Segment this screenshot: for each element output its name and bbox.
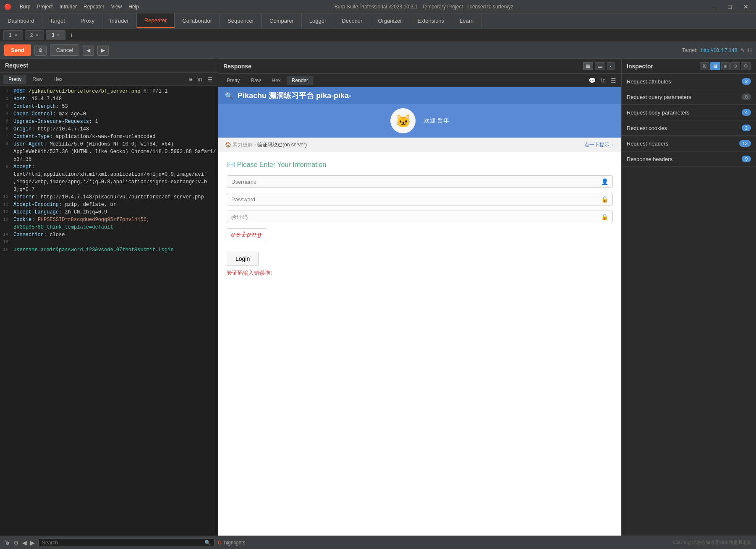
captcha-input[interactable] xyxy=(231,214,601,220)
response-tab-hex[interactable]: Hex xyxy=(267,76,285,85)
request-tab-hex[interactable]: Hex xyxy=(48,75,67,84)
nav-tab-dashboard[interactable]: Dashboard xyxy=(0,13,42,28)
menu-help[interactable]: Help xyxy=(128,4,139,10)
inspector-request-query[interactable]: Request query parameters 0 xyxy=(622,89,756,105)
request-line-1: 1 POST /pikachu/vul/burteforce/bf_server… xyxy=(0,88,218,95)
repeater-tab-3[interactable]: 3 ✕ xyxy=(46,30,65,40)
captcha-image: us1png xyxy=(227,228,613,245)
window-title: Burp Suite Professional v2023.10.3.1 - T… xyxy=(335,4,513,10)
close-btn[interactable]: ✕ xyxy=(740,3,752,11)
error-message: 验证码输入错误啦! xyxy=(227,270,272,276)
bottom-mouse-icon[interactable]: 🖱 xyxy=(4,539,10,546)
request-tool-format[interactable]: ≡ xyxy=(187,75,194,83)
nav-back-btn[interactable]: ◀ xyxy=(83,45,94,56)
request-panel: Request Pretty Raw Hex ≡ \n ☰ 1 POST /pi… xyxy=(0,59,218,536)
view-btn-grid[interactable]: ▦ xyxy=(583,62,593,70)
nav-tab-intruder[interactable]: Intruder xyxy=(102,13,137,28)
menu-burp[interactable]: Burp xyxy=(20,4,30,10)
response-tool-newline[interactable]: \n xyxy=(599,76,607,85)
home-icon[interactable]: 🏠 xyxy=(225,142,231,148)
request-tool-newline[interactable]: \n xyxy=(196,75,204,83)
nav-tab-sequencer[interactable]: Sequencer xyxy=(220,13,262,28)
nav-tab-repeater[interactable]: Repeater xyxy=(137,13,175,28)
login-button[interactable]: Login xyxy=(227,252,259,266)
search-input[interactable] xyxy=(42,540,204,546)
captcha-field-group: 🔒 xyxy=(227,211,613,223)
highlights-count: 0 xyxy=(218,540,221,546)
view-btn-list[interactable]: ▬ xyxy=(595,62,605,70)
inspector-view-list[interactable]: ≡ xyxy=(721,62,730,70)
inspector-request-cookies[interactable]: Request cookies 2 xyxy=(622,120,756,136)
tab-2-close[interactable]: ✕ xyxy=(35,33,39,37)
inspector-settings-btn[interactable]: ⚙ xyxy=(741,62,751,70)
lock-icon: 🔒 xyxy=(601,196,608,203)
request-tool-menu[interactable]: ☰ xyxy=(206,75,215,83)
tab-1-close[interactable]: ✕ xyxy=(14,33,18,37)
target-bar: Target: http://10.4.7.148 ✎ H xyxy=(682,47,752,53)
request-tab-pretty[interactable]: Pretty xyxy=(3,75,26,84)
send-button[interactable]: Send xyxy=(4,44,31,56)
edit-target-icon[interactable]: ✎ xyxy=(740,47,745,53)
nav-tab-logger[interactable]: Logger xyxy=(302,13,334,28)
settings-gear-btn[interactable]: ⚙ xyxy=(34,45,47,56)
toolbar: Send ⚙ Cancel ◀ ▶ Target: http://10.4.7.… xyxy=(0,42,756,59)
maximize-btn[interactable]: □ xyxy=(725,3,735,11)
repeater-tab-1[interactable]: 1 ✕ xyxy=(3,30,23,40)
menu-repeater[interactable]: Repeater xyxy=(84,4,104,10)
nav-tab-proxy[interactable]: Proxy xyxy=(73,13,102,28)
inspector-view-table[interactable]: ▦ xyxy=(710,62,720,70)
inspector-request-attributes[interactable]: Request attributes 2 xyxy=(622,74,756,89)
response-tab-render[interactable]: Render xyxy=(287,76,313,85)
bottom-right-text: CSDN @你怎么知道爱莉希雅是我老婆 xyxy=(673,539,752,546)
menu-project[interactable]: Project xyxy=(37,4,52,10)
password-input[interactable] xyxy=(231,196,601,203)
hint-link[interactable]: 点一下提示→ xyxy=(584,141,615,148)
request-headers-label: Request headers xyxy=(627,141,668,147)
response-tab-raw[interactable]: Raw xyxy=(246,76,266,85)
more-icon[interactable]: H xyxy=(748,47,752,53)
request-line-9b: text/html,application/xhtml+xml,applicat… xyxy=(0,171,218,178)
bottom-back-icon[interactable]: ◀ xyxy=(22,539,27,546)
repeater-tab-2[interactable]: 2 ✕ xyxy=(25,30,44,40)
inspector-request-body[interactable]: Request body parameters 4 xyxy=(622,105,756,120)
request-content[interactable]: 1 POST /pikachu/vul/burteforce/bf_server… xyxy=(0,86,218,536)
request-line-9: 9 Accept: xyxy=(0,163,218,171)
captcha-img-display: us1png xyxy=(227,228,266,240)
inspector-view-grid[interactable]: ⊞ xyxy=(700,62,709,70)
pikachu-logo-area: 🐱 欢迎 晋年 xyxy=(218,104,621,138)
highlights-label: highlights xyxy=(224,540,246,546)
request-tools: ≡ \n ☰ xyxy=(187,75,215,83)
response-tool-comment[interactable]: 💬 xyxy=(587,76,597,85)
response-sub-tabs: Pretty Raw Hex Render 💬 \n ☰ xyxy=(218,74,621,87)
request-tab-raw[interactable]: Raw xyxy=(27,75,47,84)
pikachu-header: 🔍 Pikachu 漏洞练习平台 pika-pika- xyxy=(218,87,621,104)
minimize-btn[interactable]: ─ xyxy=(709,3,720,11)
bottom-fwd-icon[interactable]: ▶ xyxy=(30,539,35,546)
username-input[interactable] xyxy=(231,179,601,185)
inspector-view-add[interactable]: ⊕ xyxy=(730,62,740,70)
nav-fwd-btn[interactable]: ▶ xyxy=(97,45,109,56)
view-btn-dot[interactable]: ▪ xyxy=(607,62,615,70)
nav-tab-organizer[interactable]: Organizer xyxy=(370,13,410,28)
nav-tab-learn[interactable]: Learn xyxy=(452,13,481,28)
tab-3-close[interactable]: ✕ xyxy=(57,33,60,37)
menu-intruder[interactable]: Intruder xyxy=(60,4,77,10)
request-cookies-label: Request cookies xyxy=(627,125,667,131)
response-tab-pretty[interactable]: Pretty xyxy=(222,76,245,85)
response-tool-menu[interactable]: ☰ xyxy=(609,76,618,85)
nav-tab-collaborator[interactable]: Collaborator xyxy=(175,13,220,28)
nav-tab-target[interactable]: Target xyxy=(42,13,73,28)
menu-view[interactable]: View xyxy=(111,4,122,10)
response-title: Response xyxy=(223,63,251,70)
inspector-response-headers[interactable]: Response headers 9 xyxy=(622,151,756,167)
inspector-request-headers[interactable]: Request headers 13 xyxy=(622,136,756,151)
bottom-settings-icon[interactable]: ⚙ xyxy=(13,539,19,546)
cancel-button[interactable]: Cancel xyxy=(50,44,79,56)
nav-tab-extensions[interactable]: Extensions xyxy=(410,13,453,28)
request-query-label: Request query parameters xyxy=(627,94,691,100)
nav-tab-decoder[interactable]: Decoder xyxy=(334,13,370,28)
add-tab-btn[interactable]: + xyxy=(67,31,76,39)
search-icon: 🔍 xyxy=(225,92,233,100)
request-line-13: 13 Cookie: PHPSESSID=r8scqdued9ogq95rf7p… xyxy=(0,216,218,224)
nav-tab-comparer[interactable]: Comparer xyxy=(262,13,302,28)
